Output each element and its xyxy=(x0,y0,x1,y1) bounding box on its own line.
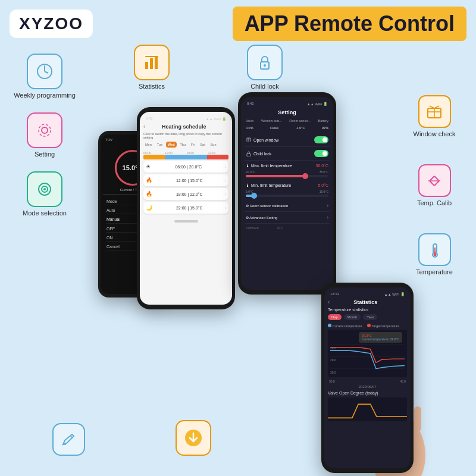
setting-label: Setting xyxy=(35,151,55,158)
svg-point-4 xyxy=(39,124,51,136)
window-check-icon xyxy=(418,95,451,128)
setting-icon xyxy=(27,112,62,148)
valve-section-title: Valve Open Degree (today) xyxy=(328,391,407,395)
page-title: APP Remote Control xyxy=(233,7,466,41)
brand-name: XYZOO xyxy=(19,14,83,33)
tab-day[interactable]: Day xyxy=(328,314,342,320)
svg-point-33 xyxy=(434,253,437,256)
stats-tabs: Day Month Year xyxy=(328,314,407,320)
window-check-label: Window check xyxy=(414,130,456,137)
schedule-days: Mon Tue Wed Thu Fri Sat Sun xyxy=(143,142,228,148)
svg-rect-8 xyxy=(145,62,148,69)
svg-rect-10 xyxy=(155,56,158,69)
advanced-row[interactable]: ⚙ Advanced Setting › xyxy=(245,212,330,224)
feature-window-check: Window check xyxy=(396,95,473,137)
min-temp-slider[interactable] xyxy=(246,195,328,197)
childlock-label: Child lock xyxy=(250,83,279,90)
svg-text:29.0: 29.0 xyxy=(330,359,336,362)
temperature-label: Temperature xyxy=(416,268,453,275)
statistics-screen: 12:13 ▲▲ WiFi 🔋 ‹ Statistics Temperature… xyxy=(324,287,411,468)
mode-icon xyxy=(27,171,62,207)
weekly-icon xyxy=(27,54,62,89)
svg-line-34 xyxy=(70,436,73,438)
feature-temperature: Temperature xyxy=(396,233,473,275)
child-lock-toggle[interactable] xyxy=(314,150,328,157)
feature-mode: Mode selection xyxy=(6,171,83,217)
phone-schedule: 8:42 ▲▲ WiFi 🔋 ‹ Heating schedule Click … xyxy=(137,107,235,309)
mode-label: Mode selection xyxy=(23,209,67,217)
feature-statistics: Statistics xyxy=(113,45,190,90)
settings-screen: 8:42 ▲▲ WiFi 🔋 Setting Valve Window stat… xyxy=(241,97,333,290)
schedule-item-1[interactable]: ☀ 06:00 | 20.0°C › xyxy=(143,161,228,173)
svg-point-13 xyxy=(264,64,266,67)
childlock-icon xyxy=(247,45,283,80)
svg-rect-9 xyxy=(150,58,153,69)
feature-download xyxy=(155,420,232,458)
middle-icons: Statistics Child lock xyxy=(113,45,303,90)
feature-setting: Setting xyxy=(6,112,83,158)
left-features: Weekly programming Setting Mode selec xyxy=(6,48,101,476)
temp-calib-icon xyxy=(418,164,451,197)
valve-chart xyxy=(328,397,407,421)
weekly-label: Weekly programming xyxy=(14,92,76,99)
open-window-toggle[interactable] xyxy=(314,136,328,143)
settings-title: Setting xyxy=(278,109,296,115)
edit-icon xyxy=(52,423,85,456)
svg-line-2 xyxy=(45,71,48,73)
phone-statistics: 12:13 ▲▲ WiFi 🔋 ‹ Statistics Temperature… xyxy=(321,283,414,473)
phone-stats-container: 12:13 ▲▲ WiFi 🔋 ‹ Statistics Temperature… xyxy=(321,283,414,473)
svg-point-3 xyxy=(42,127,48,133)
temp-calib-label: Temp. Calib xyxy=(417,199,452,206)
stats-date: 2023/06/07 xyxy=(328,385,407,389)
svg-rect-14 xyxy=(247,154,250,156)
feature-childlock: Child lock xyxy=(226,45,303,90)
bottom-icons xyxy=(30,420,232,458)
schedule-item-4[interactable]: 🌙 22:00 | 15.0°C › xyxy=(143,202,228,214)
svg-rect-26 xyxy=(414,406,421,431)
schedule-title: Heating schedule xyxy=(162,124,206,130)
tab-month[interactable]: Month xyxy=(344,314,361,320)
phone-settings: 8:42 ▲▲ WiFi 🔋 Setting Valve Window stat… xyxy=(238,92,336,295)
tab-year[interactable]: Year xyxy=(363,314,377,320)
statistics-label: Statistics xyxy=(139,83,165,90)
feature-edit xyxy=(30,423,107,458)
schedule-content: 8:42 ▲▲ WiFi 🔋 ‹ Heating schedule Click … xyxy=(140,112,232,305)
svg-rect-11 xyxy=(145,56,158,57)
child-lock-row: Child lock xyxy=(245,147,330,161)
min-temp-row: 🌡 Min. limit temperature 5.0°C 5.0°C15.0… xyxy=(245,180,330,200)
svg-point-7 xyxy=(43,188,46,190)
stats-tooltip: 25.3°C Current temperature: 29.0°C xyxy=(359,332,402,343)
schedule-subtitle: Click to switch the date, long press to … xyxy=(143,132,228,139)
statistics-content: 12:13 ▲▲ WiFi 🔋 ‹ Statistics Temperature… xyxy=(324,287,411,468)
header: XYZOO APP Remote Control xyxy=(0,0,476,48)
statistics-icon xyxy=(134,45,170,80)
right-features: Window check Temp. Calib Temperature xyxy=(396,95,473,275)
room-sensor-row: ⚙ Room sensor calibration › xyxy=(245,200,330,212)
settings-content: 8:42 ▲▲ WiFi 🔋 Setting Valve Window stat… xyxy=(241,97,333,290)
brand-logo: XYZOO xyxy=(10,10,93,38)
svg-text:30.0: 30.0 xyxy=(330,371,336,374)
feature-weekly: Weekly programming xyxy=(6,54,83,99)
max-temp-row: 🌡 Max. limit temperature 30.0°C 20.0°C35… xyxy=(245,161,330,180)
main-content: Weekly programming Setting Mode selec xyxy=(0,48,476,476)
temperature-icon xyxy=(418,233,451,266)
open-window-row: Open window xyxy=(245,133,330,147)
schedule-item-3[interactable]: 🔥 18:00 | 22.0°C › xyxy=(143,188,228,200)
schedule-item-2[interactable]: 🔥 12:00 | 15.0°C › xyxy=(143,174,228,186)
download-icon xyxy=(176,420,211,456)
stats-title: Statistics xyxy=(353,299,377,305)
svg-text:28.0: 28.0 xyxy=(330,347,336,350)
schedule-screen: 8:42 ▲▲ WiFi 🔋 ‹ Heating schedule Click … xyxy=(140,112,232,305)
temperature-chart: 30.0 29.0 28.0 25.3°C Current temperatur… xyxy=(328,330,407,377)
stats-section: Temperature statistics xyxy=(328,308,407,312)
feature-temp-calib: Temp. Calib xyxy=(396,164,473,206)
max-temp-slider[interactable] xyxy=(246,175,328,177)
